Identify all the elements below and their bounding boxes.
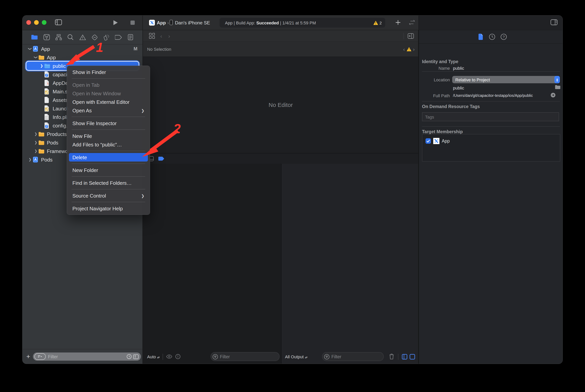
- console-filter-field[interactable]: Filter: [322, 352, 384, 361]
- menu-separator: [72, 202, 145, 202]
- clear-console-trash-icon[interactable]: [389, 354, 394, 360]
- scm-status-filter-icon[interactable]: [133, 354, 139, 359]
- identity-section-header: Identity and Type: [422, 59, 458, 64]
- filter-placeholder: Filter: [220, 354, 230, 359]
- report-navigator-icon[interactable]: [127, 34, 134, 41]
- debug-navigator-icon[interactable]: [103, 34, 110, 41]
- stop-button[interactable]: [130, 20, 135, 25]
- menu-item-find-in-selected-folders-[interactable]: Find in Selected Folders…: [69, 178, 148, 187]
- close-button[interactable]: [26, 20, 31, 25]
- add-item-button[interactable]: +: [26, 353, 30, 360]
- menu-item-new-file[interactable]: New File: [69, 132, 148, 140]
- info-icon[interactable]: [175, 354, 180, 359]
- menu-separator: [72, 164, 145, 164]
- jump-bar[interactable]: No Selection ‹ ›: [143, 42, 419, 57]
- find-navigator-icon[interactable]: [67, 34, 74, 41]
- source-control-navigator-icon[interactable]: [43, 34, 50, 41]
- console-scope-popup[interactable]: All Output▴▾: [285, 354, 307, 359]
- checkbox-checked-icon[interactable]: [426, 138, 431, 144]
- menu-item-label: New Folder: [72, 167, 98, 173]
- menu-separator: [72, 116, 145, 117]
- run-button[interactable]: [113, 20, 118, 26]
- file-storyboard-icon: [44, 88, 51, 94]
- disclosure-chevron-icon[interactable]: ❯: [34, 55, 38, 60]
- disclosure-chevron-icon[interactable]: ❯: [33, 149, 38, 153]
- tree-item-label: Pods: [41, 157, 52, 162]
- sidebar-toggle-icon[interactable]: [55, 19, 62, 25]
- warning-count-badge[interactable]: 2: [373, 20, 382, 25]
- console-bar: All Output▴▾ Filter: [281, 350, 419, 364]
- inspector-panel: ? Identity and Type Name public Location…: [418, 30, 563, 364]
- tree-item-label: Info.pli: [53, 114, 67, 120]
- menu-item-source-control[interactable]: Source Control❯: [69, 191, 148, 200]
- console-view[interactable]: [281, 164, 419, 350]
- variables-filter-field[interactable]: Filter: [211, 352, 280, 361]
- test-navigator-icon[interactable]: [91, 34, 98, 41]
- navigator-filter-bar: + Filter: [22, 349, 142, 364]
- location-value: Relative to Project: [455, 77, 490, 82]
- issue-warning-icon[interactable]: [406, 47, 411, 52]
- menu-item-label: Project Navigator Help: [72, 206, 123, 211]
- disclosure-chevron-icon[interactable]: ❯: [39, 64, 44, 68]
- quick-help-inspector-tab[interactable]: ?: [500, 33, 507, 40]
- previous-issue-icon[interactable]: ‹: [403, 46, 405, 52]
- symbol-navigator-icon[interactable]: [55, 34, 62, 41]
- back-icon[interactable]: ‹: [160, 33, 162, 39]
- filter-options-icon[interactable]: [34, 353, 46, 360]
- forward-icon[interactable]: ›: [168, 33, 170, 39]
- variables-view[interactable]: [143, 164, 281, 350]
- name-value[interactable]: public: [453, 66, 464, 70]
- project-navigator-icon[interactable]: [31, 34, 38, 41]
- inspector-divider[interactable]: [419, 16, 419, 364]
- menu-item-add-files-to-public-[interactable]: Add Files to “public”…: [69, 140, 148, 149]
- console-pane-toggle-icon[interactable]: [410, 354, 415, 359]
- target-membership-row[interactable]: App: [426, 138, 560, 144]
- divider: [422, 126, 560, 127]
- zoom-button[interactable]: [42, 20, 46, 25]
- tags-field[interactable]: Tags: [422, 112, 559, 121]
- recent-files-clock-icon[interactable]: [127, 354, 132, 359]
- file-inspector-tab[interactable]: [477, 33, 484, 40]
- disclosure-chevron-icon[interactable]: ❯: [33, 140, 38, 144]
- quicklook-eye-icon[interactable]: [166, 354, 172, 359]
- activity-view[interactable]: App | Build App: Succeeded | 1/4/21 at 5…: [219, 18, 385, 28]
- open-path-arrow-icon[interactable]: [551, 92, 556, 98]
- choose-folder-icon[interactable]: [555, 85, 561, 90]
- issue-navigator-icon[interactable]: [79, 34, 86, 41]
- scheme-project-icon[interactable]: [149, 20, 155, 26]
- tree-item-label: Products: [47, 131, 67, 137]
- divider: [422, 101, 560, 102]
- minimize-button[interactable]: [34, 20, 39, 25]
- run-destination[interactable]: Dan's iPhone SE: [175, 20, 210, 26]
- menu-item-delete[interactable]: Delete: [69, 153, 148, 162]
- editor-related-bar: ‹ ›: [143, 30, 419, 42]
- menu-item-open-in-new-window: Open in New Window: [69, 89, 148, 98]
- disclosure-chevron-icon[interactable]: ❯: [33, 132, 38, 136]
- menu-item-show-file-inspector[interactable]: Show File Inspector: [69, 119, 148, 128]
- navigator-filter-field[interactable]: Filter: [33, 352, 141, 360]
- menu-item-new-folder[interactable]: New Folder: [69, 166, 148, 174]
- library-add-button[interactable]: [395, 20, 401, 25]
- variables-pane-toggle-icon[interactable]: [402, 354, 407, 359]
- disclosure-chevron-icon[interactable]: ❯: [28, 46, 32, 51]
- inspector-toggle-icon[interactable]: [551, 19, 558, 25]
- filter-placeholder: Filter: [331, 354, 341, 359]
- location-popup[interactable]: Relative to Project ▲▼: [452, 76, 560, 83]
- related-items-grid-icon[interactable]: [149, 33, 155, 39]
- file-swift-icon: [44, 80, 51, 86]
- menu-item-label: Open As: [72, 108, 92, 113]
- menu-item-open-with-external-editor[interactable]: Open with External Editor: [69, 98, 148, 106]
- variables-scope-popup[interactable]: Auto▴▾: [147, 354, 159, 359]
- menu-item-project-navigator-help[interactable]: Project Navigator Help: [69, 204, 148, 213]
- disclosure-chevron-icon[interactable]: ❯: [27, 158, 32, 162]
- menu-item-show-in-finder[interactable]: Show in Finder: [69, 68, 148, 76]
- scheme-name[interactable]: App›: [157, 20, 169, 26]
- menu-item-open-as[interactable]: Open As❯: [69, 106, 148, 115]
- next-issue-icon[interactable]: ›: [413, 46, 415, 52]
- folder-yellow-icon: [38, 131, 45, 137]
- breakpoint-navigator-icon[interactable]: [115, 34, 122, 41]
- history-inspector-tab[interactable]: [489, 33, 496, 40]
- menu-separator: [72, 130, 145, 130]
- submenu-chevron-icon: ❯: [141, 108, 144, 112]
- add-editor-icon[interactable]: [408, 33, 414, 38]
